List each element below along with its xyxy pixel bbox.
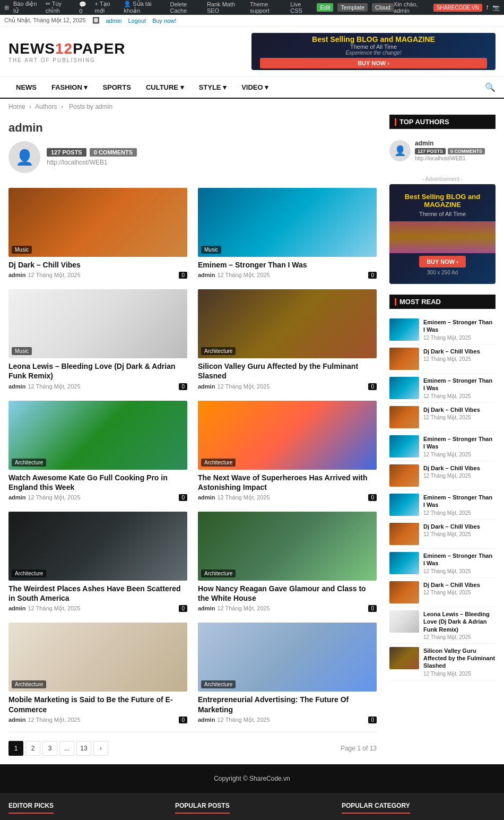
sidebar-ad[interactable]: Best Selling BLOG and MAGAZINE Theme of … [389,184,496,284]
post-card[interactable]: Architecture Watch Awesome Kate Go Full … [8,401,187,501]
edit-button[interactable]: Edit [317,3,333,12]
top-author-comments: 0 COMMENTS [448,148,485,154]
template-button[interactable]: Template [337,3,368,12]
most-read-title-text: Dj Dark – Chill Vibes [423,464,496,472]
nav-sports[interactable]: SPORTS [95,77,138,98]
nav-news[interactable]: NEWS [8,77,44,98]
post-comment-count: 0 [179,717,187,723]
breadcrumb-authors[interactable]: Authors [35,103,57,110]
post-date: 12 Tháng Một, 2025 [28,494,80,501]
page-number[interactable]: 1 [8,741,23,756]
logo-num: 12 [55,40,73,57]
page-number[interactable]: ... [59,741,74,756]
admin-bar-css[interactable]: Live CSS [290,1,312,14]
header-banner[interactable]: Best Selling BLOG and MAGAZINE Theme of … [251,33,496,70]
ad-buy-button[interactable]: BUY NOW › [419,256,466,267]
breadcrumb-home[interactable]: Home [8,103,25,110]
post-comment-count: 0 [179,494,187,501]
admin-bar-theme[interactable]: Theme support [250,1,286,14]
admin-bar-site[interactable]: Báo điện tử [13,1,41,14]
most-read-item[interactable]: Dj Dark – Chill Vibes 12 Tháng Một, 2025 [389,403,496,432]
most-read-date: 12 Tháng Một, 2025 [423,671,496,677]
post-author[interactable]: admin [198,272,215,279]
post-meta-left: admin 12 Tháng Một, 2025 [198,272,270,279]
admin-bar-cache[interactable]: Delete Cache [170,1,203,14]
post-card[interactable]: Architecture The Weirdest Places Ashes H… [8,512,187,612]
post-card[interactable]: Architecture Mobile Marketing is Said to… [8,623,187,723]
main-nav: NEWS FASHION ▾ SPORTS CULTURE ▾ STYLE ▾ … [0,77,504,99]
nav-style[interactable]: STYLE ▾ [192,77,234,98]
post-image: Music [8,289,187,358]
post-author[interactable]: admin [198,383,215,390]
ad-label: - Advertisement - [389,176,496,182]
banner-title: Best Selling BLOG and MAGAZINE [260,35,487,44]
footer-col-editor: EDITOR PICKS [8,801,162,819]
page-number[interactable]: 13 [76,741,91,756]
post-card[interactable]: Architecture Silicon Valley Guru Affecte… [198,289,377,390]
ad-subtitle: Theme of All Time [398,211,487,217]
social-fb[interactable]: f [486,4,488,11]
post-card[interactable]: Architecture How Nancy Reagan Gave Glamo… [198,512,377,612]
pagination: 123...13› Page 1 of 13 [8,732,377,764]
post-author[interactable]: admin [8,605,25,612]
most-read-item[interactable]: Eminem – Stronger Than I Was 12 Tháng Mộ… [389,315,496,344]
most-read-item[interactable]: Eminem – Stronger Than I Was 12 Tháng Mộ… [389,549,496,578]
post-card[interactable]: Music Dj Dark – Chill Vibes admin 12 Thá… [8,188,187,279]
page-number[interactable]: 2 [25,741,40,756]
most-read-list: Eminem – Stronger Than I Was 12 Tháng Mộ… [389,315,496,680]
posts-badge: 127 POSTS [47,148,86,157]
most-read-item[interactable]: Dj Dark – Chill Vibes 12 Tháng Một, 2025 [389,461,496,490]
post-card[interactable]: Music Leona Lewis – Bleeding Love (Dj Da… [8,289,187,390]
search-icon[interactable]: 🔍 [485,82,496,92]
admin-bar-new[interactable]: + Tạo mới [95,1,120,14]
content-area: admin 👤 127 POSTS 0 COMMENTS http://loca… [8,115,377,764]
post-author[interactable]: admin [8,494,25,501]
top-authors-section: TOP AUTHORS 👤 admin 127 POSTS 0 COMMENTS… [389,115,496,166]
post-card[interactable]: Architecture Entrepreneurial Advertising… [198,623,377,723]
most-read-item[interactable]: Dj Dark – Chill Vibes 12 Tháng Một, 2025 [389,578,496,607]
banner-buy-button[interactable]: BUY NOW › [260,58,487,68]
post-category: Architecture [201,459,236,467]
nav-culture[interactable]: CULTURE ▾ [138,77,192,98]
post-author[interactable]: admin [8,717,25,723]
ad-banner-section: - Advertisement - Best Selling BLOG and … [389,176,496,284]
most-read-item[interactable]: Leona Lewis – Bleeding Love (Dj Dark & A… [389,607,496,644]
logout-link[interactable]: Logout [128,18,146,24]
nav-fashion[interactable]: FASHION ▾ [44,77,95,98]
wp-icon[interactable]: ⊞ [4,4,9,11]
breadcrumb: Home › Authors › Posts by admin [0,99,504,115]
site-logo[interactable]: NEWS12PAPER the art of publishing [8,40,126,63]
post-author[interactable]: admin [8,383,25,390]
post-date: 12 Tháng Một, 2025 [28,717,80,723]
post-card[interactable]: Music Eminem – Stronger Than I Was admin… [198,188,377,279]
social-ig[interactable]: 📷 [492,4,500,11]
post-author[interactable]: admin [198,605,215,612]
most-read-item[interactable]: Silicon Valley Guru Affected by the Fulm… [389,644,496,680]
post-title: The Next Wave of Superheroes Has Arrived… [198,473,377,492]
breadcrumb-sep2: › [61,103,63,110]
post-author[interactable]: admin [198,494,215,501]
pagination-next[interactable]: › [93,741,108,756]
most-read-item[interactable]: Dj Dark – Chill Vibes 12 Tháng Một, 2025 [389,520,496,549]
buy-link[interactable]: Buy now! [152,18,176,24]
admin-bar-rank[interactable]: Rank Math SEO [207,1,246,14]
post-image: Music [198,188,377,257]
most-read-item[interactable]: Eminem – Stronger Than I Was 12 Tháng Mộ… [389,490,496,520]
most-read-item[interactable]: Dj Dark – Chill Vibes 12 Tháng Một, 2025 [389,344,496,374]
author-url[interactable]: http://localhost/WEB1 [47,159,137,166]
most-read-item[interactable]: Eminem – Stronger Than I Was 12 Tháng Mộ… [389,432,496,461]
admin-bar-comments[interactable]: 💬 0 [79,1,90,14]
most-read-item[interactable]: Eminem – Stronger Than I Was 12 Tháng Mộ… [389,374,496,403]
admin-user-link[interactable]: admin [106,18,122,24]
admin-bar-customize[interactable]: ✏ Tùy chỉnh [46,1,75,14]
nav-video[interactable]: VIDEO ▾ [234,77,276,98]
post-author[interactable]: admin [8,272,25,279]
post-category: Architecture [12,569,46,577]
page-number[interactable]: 3 [42,741,57,756]
admin-bar-account[interactable]: 👤 Sửa tài khoản [124,1,166,14]
cloud-button[interactable]: Cloud [372,3,394,12]
post-author[interactable]: admin [198,717,215,723]
most-read-title-text: Eminem – Stronger Than I Was [423,318,496,334]
post-card[interactable]: Architecture The Next Wave of Superheroe… [198,401,377,501]
most-read-image [389,377,419,399]
